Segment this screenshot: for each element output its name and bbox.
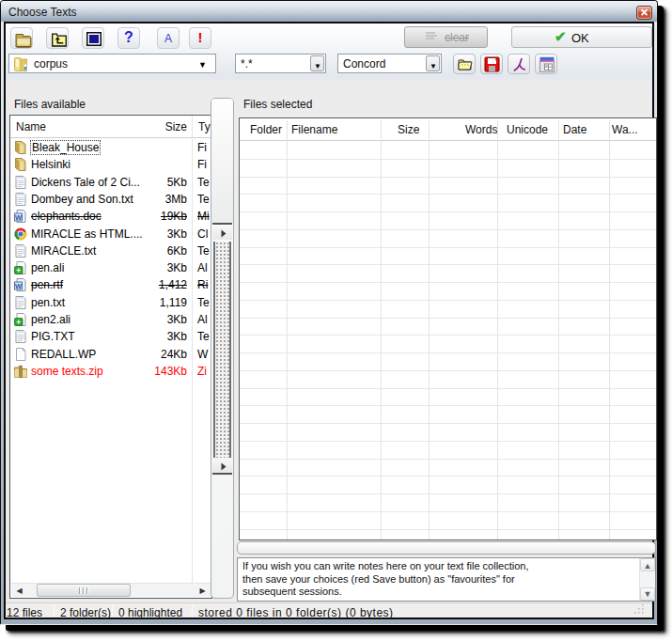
svg-text:W: W (15, 213, 23, 222)
svg-text:W: W (15, 282, 23, 290)
